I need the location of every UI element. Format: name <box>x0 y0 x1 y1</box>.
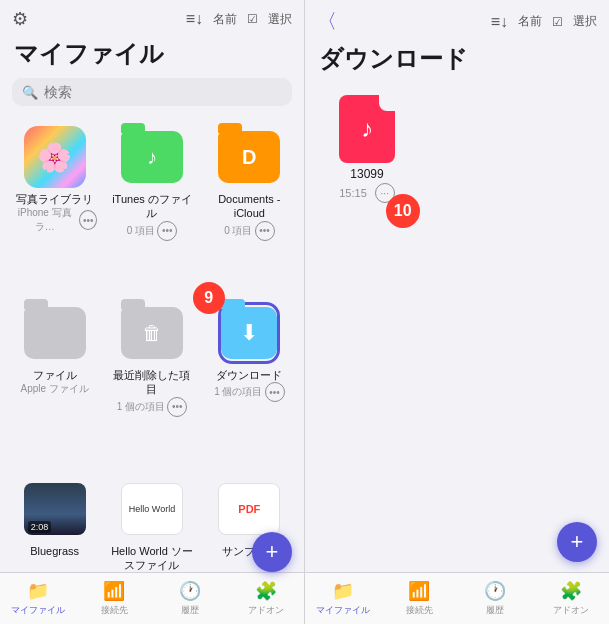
file-item-documents[interactable]: D Documents - iCloud 0 項目 ••• <box>201 116 298 292</box>
left-search-bar[interactable]: 🔍 <box>12 78 292 106</box>
file-sub-trash: 1 個の項目 ••• <box>117 397 187 417</box>
left-tab-connect[interactable]: 📶 接続先 <box>76 580 152 617</box>
trash-folder-icon: 🗑 <box>121 307 183 359</box>
file-item-trash[interactable]: 🗑 最近削除した項目 1 個の項目 ••• <box>103 292 200 468</box>
photos-icon-wrap: 🌸 <box>24 126 86 188</box>
downloads-folder-icon: ⬇ <box>221 307 277 359</box>
file-item-itunes[interactable]: ♪ iTunes のファイル 0 項目 ••• <box>103 116 200 292</box>
bluegrass-thumb-icon: 2:08 <box>24 483 86 535</box>
right-panel: 〈 ≡↓ 名前 ☑ 選択 ダウンロード ♪ 13099 15:15 ··· <box>305 0 609 624</box>
docs-dots-btn[interactable]: ••• <box>255 221 275 241</box>
right-title: ダウンロード <box>305 39 609 83</box>
download-file-name: 13099 <box>350 167 383 181</box>
gear-icon[interactable]: ⚙ <box>12 8 28 30</box>
left-tab-addons-icon: 🧩 <box>255 580 277 602</box>
music-file-icon: ♪ <box>339 95 395 163</box>
search-input[interactable] <box>44 84 282 100</box>
right-tab-addons-icon: 🧩 <box>560 580 582 602</box>
itunes-dots-btn[interactable]: ••• <box>157 221 177 241</box>
files-folder-icon <box>24 307 86 359</box>
download-file-item-13099[interactable]: ♪ 13099 15:15 ··· 10 <box>319 95 595 203</box>
right-tab-connect-label: 接続先 <box>406 604 433 617</box>
select-checkbox-icon: ☑ <box>247 12 258 26</box>
file-item-photos[interactable]: 🌸 写真ライブラリ iPhone 写真ラ… ••• <box>6 116 103 292</box>
left-tab-bar: 📁 マイファイル 📶 接続先 🕐 履歴 🧩 アドオン <box>0 572 304 624</box>
itunes-letter: ♪ <box>147 146 157 169</box>
download-file-info: ♪ 13099 15:15 ··· 10 <box>339 95 395 203</box>
left-header-actions: ≡↓ 名前 ☑ 選択 <box>186 10 292 28</box>
downloads-dots-btn[interactable]: ••• <box>265 382 285 402</box>
itunes-folder-icon: ♪ <box>121 131 183 183</box>
right-select-checkbox-icon: ☑ <box>552 15 563 29</box>
right-tab-connect-icon: 📶 <box>408 580 430 602</box>
back-button[interactable]: 〈 <box>317 8 337 35</box>
right-select-button[interactable]: 選択 <box>573 13 597 30</box>
left-fab-button[interactable]: + <box>252 532 292 572</box>
file-label-downloads: ダウンロード <box>216 368 282 382</box>
right-tab-bar: 📁 マイファイル 📶 接続先 🕐 履歴 🧩 アドオン <box>305 572 609 624</box>
trash-icon-wrap: 🗑 <box>121 302 183 364</box>
select-button[interactable]: 選択 <box>268 11 292 28</box>
right-tab-addons[interactable]: 🧩 アドオン <box>533 580 609 617</box>
left-tab-history[interactable]: 🕐 履歴 <box>152 580 228 617</box>
file-sub-itunes: 0 項目 ••• <box>127 221 177 241</box>
download-file-meta: 15:15 ··· 10 <box>339 183 395 203</box>
left-tab-connect-icon: 📶 <box>103 580 125 602</box>
files-icon-wrap <box>24 302 86 364</box>
right-tab-myfiles[interactable]: 📁 マイファイル <box>305 580 381 617</box>
right-tab-addons-label: アドオン <box>553 604 589 617</box>
file-sub-documents: 0 項目 ••• <box>224 221 274 241</box>
right-tab-myfiles-icon: 📁 <box>332 580 354 602</box>
file-sub-files: Apple ファイル <box>20 382 88 396</box>
right-tab-history-label: 履歴 <box>486 604 504 617</box>
right-sort-button[interactable]: 名前 <box>518 13 542 30</box>
right-tab-history-icon: 🕐 <box>484 580 506 602</box>
file-label-bluegrass: Bluegrass <box>30 544 79 558</box>
photos-dots-btn[interactable]: ••• <box>79 210 97 230</box>
right-file-dots-btn[interactable]: ··· 10 <box>375 183 395 203</box>
pdf-label: PDF <box>238 503 260 515</box>
helloworld-text: Hello World <box>127 502 177 516</box>
file-sub-photos: iPhone 写真ラ… ••• <box>12 206 97 234</box>
right-tab-connect[interactable]: 📶 接続先 <box>381 580 457 617</box>
bluegrass-duration: 2:08 <box>28 521 52 533</box>
trash-dots-btn[interactable]: ••• <box>167 397 187 417</box>
file-item-files[interactable]: ファイル Apple ファイル <box>6 292 103 468</box>
sort-button[interactable]: 名前 <box>213 11 237 28</box>
file-label-documents: Documents - iCloud <box>207 192 292 221</box>
list-icon[interactable]: ≡↓ <box>186 10 203 28</box>
right-header: 〈 ≡↓ 名前 ☑ 選択 <box>305 0 609 39</box>
photos-folder-icon: 🌸 <box>24 126 86 188</box>
file-item-downloads[interactable]: ⬇ ダウンロード 1 個の項目 ••• 9 <box>201 292 298 468</box>
docs-letter: D <box>242 146 256 169</box>
trash-icon: 🗑 <box>142 322 162 345</box>
download-time: 15:15 <box>339 187 367 199</box>
search-icon: 🔍 <box>22 85 38 100</box>
music-note-icon: ♪ <box>361 115 373 143</box>
left-tab-connect-label: 接続先 <box>101 604 128 617</box>
file-label-helloworld: Hello World ソースファイル <box>109 544 194 573</box>
sample-icon-wrap: PDF <box>218 478 280 540</box>
helloworld-thumb-icon: Hello World <box>121 483 183 535</box>
right-list-icon[interactable]: ≡↓ <box>491 13 508 31</box>
itunes-icon-wrap: ♪ <box>121 126 183 188</box>
right-tab-myfiles-label: マイファイル <box>316 604 370 617</box>
right-tab-history[interactable]: 🕐 履歴 <box>457 580 533 617</box>
docs-folder-icon: D <box>218 131 280 183</box>
file-sub-downloads: 1 個の項目 ••• <box>214 382 284 402</box>
left-tab-addons[interactable]: 🧩 アドオン <box>228 580 304 617</box>
downloads-icon-wrap: ⬇ <box>218 302 280 364</box>
right-fab-button[interactable]: + <box>557 522 597 562</box>
documents-icon-wrap: D <box>218 126 280 188</box>
left-tab-myfiles-icon: 📁 <box>27 580 49 602</box>
file-label-trash: 最近削除した項目 <box>109 368 194 397</box>
file-label-itunes: iTunes のファイル <box>109 192 194 221</box>
left-tab-history-label: 履歴 <box>181 604 199 617</box>
annotation-10: 10 <box>386 194 420 228</box>
left-header: ⚙ ≡↓ 名前 ☑ 選択 <box>0 0 304 34</box>
left-tab-history-icon: 🕐 <box>179 580 201 602</box>
download-arrow-icon: ⬇ <box>240 320 258 346</box>
left-tab-myfiles[interactable]: 📁 マイファイル <box>0 580 76 617</box>
bluegrass-icon-wrap: 2:08 <box>24 478 86 540</box>
left-tab-addons-label: アドオン <box>248 604 284 617</box>
